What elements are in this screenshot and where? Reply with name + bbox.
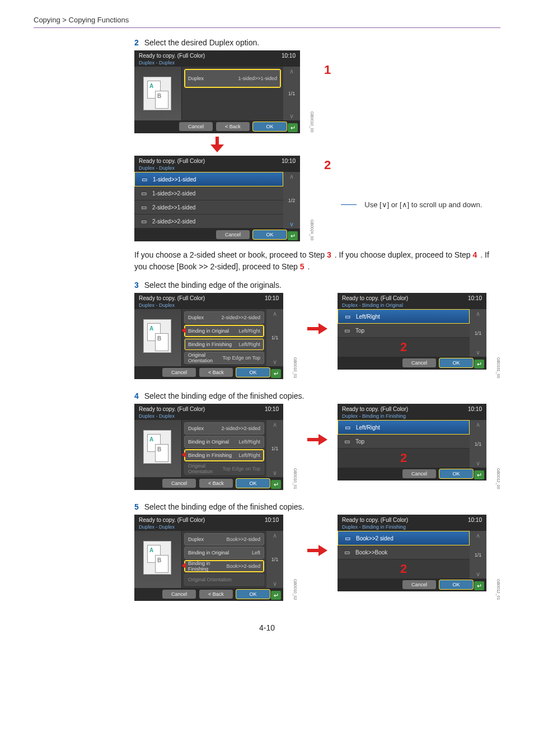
duplex-list-item[interactable]: ▭2-sided>>2-sided (134, 214, 283, 228)
duplex-options-list-panel: Ready to copy. (Full Color) 10:10 Duplex… (134, 156, 300, 241)
status-text: Ready to copy. (Full Color) (342, 295, 408, 301)
time-text: 10:10 (468, 517, 482, 523)
ok-button[interactable]: OK (253, 122, 287, 131)
book-option-item[interactable]: ▭Book>>Book (338, 545, 470, 559)
book-option-item[interactable]: ▭Book>>2 sided (338, 531, 470, 545)
page-indicator: 1/1 (288, 91, 296, 96)
pager: ∧1/1∨ (470, 309, 486, 357)
setting-row-duplex[interactable]: Duplex2-sided>>2-sided (184, 311, 264, 324)
chevron-down-icon[interactable]: ∨ (289, 221, 294, 227)
chevron-up-icon[interactable]: ∧ (273, 532, 277, 539)
cancel-button[interactable]: Cancel (402, 358, 436, 367)
duplex-option-button[interactable]: Duplex 1-sided>>1-sided (184, 69, 281, 88)
chevron-down-icon[interactable]: ∨ (476, 571, 480, 577)
page-number: 4-10 (34, 623, 500, 632)
row-value: Book>>2-sided (226, 563, 260, 569)
setting-row-binding-finishing[interactable]: Binding in FinishingBook>>2-sided (184, 560, 264, 572)
book-icon: ▭ (343, 534, 353, 542)
status-text: Ready to copy. (Full Color) (139, 158, 205, 164)
back-button[interactable]: < Back (216, 122, 250, 131)
ok-button[interactable]: OK (236, 368, 270, 377)
chevron-up-icon[interactable]: ∧ (289, 68, 294, 74)
chevron-up-icon[interactable]: ∧ (476, 310, 480, 317)
setting-row-orientation[interactable]: Original OrientationTop Edge on Top (184, 463, 264, 475)
status-text: Ready to copy. (Full Color) (139, 517, 205, 523)
back-button[interactable]: < Back (199, 368, 233, 377)
enter-key-icon: ↵ (288, 123, 298, 132)
binding-option-item[interactable]: ▭Left/Right (338, 420, 470, 435)
setting-row-binding-original[interactable]: Binding in OriginalLeft (184, 547, 264, 559)
binding-icon: ▭ (342, 326, 352, 334)
ok-button[interactable]: OK (236, 590, 270, 599)
preview-image: AB (134, 420, 182, 477)
page-indicator: 1/1 (475, 441, 482, 447)
duplex-settings-panel: Ready to copy. (Full Color)10:10 Duplex … (134, 404, 283, 490)
callout-2: 2 (324, 158, 331, 172)
row-value: Left/Right (238, 452, 260, 458)
cancel-button[interactable]: Cancel (162, 479, 196, 488)
chevron-down-icon[interactable]: ∨ (273, 358, 277, 365)
row-label: Binding in Original (188, 439, 238, 445)
setting-row-duplex[interactable]: Duplex2-sided>>2-sided (184, 422, 264, 435)
chevron-down-icon[interactable]: ∨ (476, 460, 480, 466)
item-text: Top (355, 438, 364, 445)
row-value: Left (252, 550, 260, 556)
back-button[interactable]: < Back (199, 479, 233, 488)
ok-button[interactable]: OK (253, 230, 287, 239)
chevron-down-icon[interactable]: ∨ (289, 113, 294, 119)
cancel-button[interactable]: Cancel (162, 368, 196, 377)
down-arrow-icon (134, 137, 300, 152)
time-text: 10:10 (265, 406, 279, 412)
back-button[interactable]: < Back (199, 590, 233, 599)
cancel-button[interactable]: Cancel (162, 590, 196, 599)
chevron-up-icon[interactable]: ∧ (273, 421, 277, 428)
cancel-button[interactable]: Cancel (402, 580, 436, 589)
setting-row-binding-original[interactable]: Binding in OriginalLeft/Right (184, 325, 264, 337)
page-indicator: 1/1 (475, 552, 482, 558)
setting-row-binding-finishing[interactable]: Binding in FinishingLeft/Right (184, 449, 264, 461)
pager: ∧1/1∨ (470, 420, 486, 468)
callout-2: 2 (400, 340, 407, 354)
ok-button[interactable]: OK (439, 580, 473, 589)
svg-rect-6 (307, 549, 318, 552)
setting-row-binding-original[interactable]: Binding in OriginalLeft/Right (184, 436, 264, 448)
chevron-down-icon[interactable]: ∨ (273, 469, 277, 476)
ok-button[interactable]: OK (439, 358, 473, 367)
chevron-down-icon[interactable]: ∨ (476, 349, 480, 356)
duplex-list-item[interactable]: ▭1-sided>>1-sided (134, 172, 283, 186)
row-value: Top Edge on Top (223, 355, 260, 361)
duplex-mode-icon: ▭ (139, 175, 149, 183)
setting-row-binding-finishing[interactable]: Binding in FinishingLeft/Right (184, 338, 264, 351)
panel-subtitle: Duplex - Binding in Original (338, 302, 486, 309)
time-text: 10:10 (468, 295, 482, 301)
row-label: Original Orientation (188, 577, 260, 582)
cancel-button[interactable]: Cancel (402, 469, 436, 478)
ok-button[interactable]: OK (236, 479, 270, 488)
chevron-up-icon[interactable]: ∧ (476, 421, 480, 428)
book-binding-select-panel: Ready to copy. (Full Color)10:10 Duplex … (338, 515, 486, 591)
row-label: Original Orientation (188, 352, 223, 363)
step-text: Select the binding edge of the finished … (144, 391, 305, 400)
duplex-mode-icon: ▭ (139, 189, 149, 197)
binding-option-item[interactable]: ▭Top (338, 435, 470, 449)
binding-option-item[interactable]: ▭Left/Right (338, 309, 470, 324)
chevron-up-icon[interactable]: ∧ (273, 310, 277, 317)
setting-row-duplex[interactable]: DuplexBook>>2-sided (184, 533, 264, 545)
cancel-button[interactable]: Cancel (179, 122, 213, 131)
chevron-down-icon[interactable]: ∨ (273, 580, 277, 587)
duplex-mode-icon: ▭ (139, 217, 149, 225)
svg-marker-7 (318, 545, 327, 556)
cancel-button[interactable]: Cancel (216, 230, 250, 239)
duplex-list-item[interactable]: ▭1-sided>>2-sided (134, 186, 283, 200)
chevron-up-icon[interactable]: ∧ (289, 173, 294, 180)
step-text: Select the desired Duplex option. (144, 38, 259, 47)
image-id: GB0181_00 (496, 357, 500, 379)
status-text: Ready to copy. (Full Color) (139, 295, 205, 301)
duplex-list-item[interactable]: ▭2-sided>>1-sided (134, 200, 283, 214)
ok-button[interactable]: OK (439, 469, 473, 478)
binding-option-item[interactable]: ▭Top (338, 324, 470, 338)
row-label: Original Orientation (188, 463, 223, 474)
setting-row-orientation[interactable]: Original OrientationTop Edge on Top (184, 352, 264, 364)
setting-row-orientation[interactable]: Original Orientation (184, 573, 264, 586)
chevron-up-icon[interactable]: ∧ (476, 532, 480, 539)
